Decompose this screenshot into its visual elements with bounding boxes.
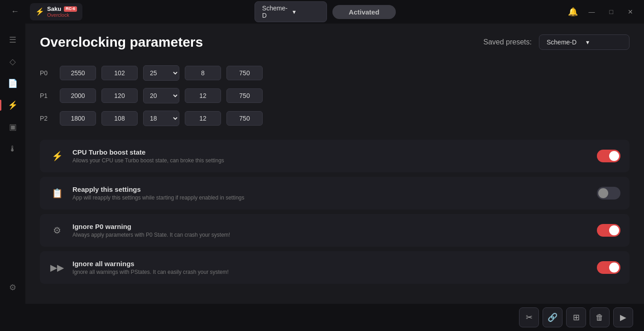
pstate-p1-val2-select[interactable]: 20 bbox=[143, 88, 179, 103]
setting-desc-ignore-p0: Always apply parameters with P0 State. I… bbox=[72, 232, 590, 238]
setting-row-ignore-all: ▶▶ Ignore all warnings Ignore all warnin… bbox=[40, 251, 630, 284]
settings-rows: ⚡ CPU Turbo boost state Allows your CPU … bbox=[40, 140, 630, 284]
pstate-p2-val3[interactable] bbox=[185, 111, 221, 126]
presets-chevron-icon: ▾ bbox=[586, 39, 622, 46]
setting-text-cpu-turbo: CPU Turbo boost state Allows your CPU us… bbox=[72, 148, 590, 164]
toggle-ignore-p0[interactable] bbox=[597, 224, 620, 237]
page-title: Overclocking parameters bbox=[40, 34, 203, 50]
logo-icon: ⚡ bbox=[35, 7, 44, 16]
pstate-row-p1: P1 20 bbox=[40, 85, 630, 106]
add-icon: ⊞ bbox=[573, 312, 580, 322]
pstate-p2-freq[interactable] bbox=[60, 111, 96, 126]
scheme-dropdown[interactable]: Scheme-D ▾ bbox=[255, 1, 327, 22]
setting-row-reapply: 📋 Reapply this settings App will reapply… bbox=[40, 177, 630, 209]
toolbar-btn-run[interactable]: ▶ bbox=[613, 307, 633, 327]
notification-button[interactable]: 🔔 bbox=[568, 7, 578, 17]
presets-area: Saved presets: Scheme-D ▾ bbox=[483, 34, 630, 50]
toolbar-btn-delete[interactable]: 🗑 bbox=[590, 307, 610, 327]
presets-current-value: Scheme-D bbox=[547, 39, 582, 46]
title-bar-left: ← ⚡ Saku RC-6 Overclock bbox=[7, 3, 82, 20]
pstate-p1-val4[interactable] bbox=[226, 88, 263, 103]
pstate-label-p2: P2 bbox=[40, 115, 54, 122]
toolbar-btn-add[interactable]: ⊞ bbox=[566, 307, 586, 327]
setting-icon-ignore-all: ▶▶ bbox=[49, 259, 65, 276]
scheme-current-value: Scheme-D bbox=[262, 5, 289, 19]
toggle-reapply[interactable] bbox=[597, 187, 620, 200]
dashboard-icon: ◇ bbox=[10, 57, 16, 67]
toggle-slider-ignore-p0 bbox=[597, 224, 620, 237]
pstate-p0-val4[interactable] bbox=[226, 66, 263, 80]
presets-dropdown[interactable]: Scheme-D ▾ bbox=[539, 34, 630, 50]
pstate-label-p0: P0 bbox=[40, 69, 54, 77]
logo-text: Saku RC-6 Overclock bbox=[47, 6, 77, 18]
settings-icon: ⚙ bbox=[9, 282, 16, 292]
bottom-toolbar: ✂ 🔗 ⊞ 🗑 ▶ bbox=[0, 304, 644, 331]
sidebar-item-menu[interactable]: ☰ bbox=[4, 31, 22, 49]
toolbar-btn-scissors[interactable]: ✂ bbox=[519, 307, 539, 327]
setting-title-reapply: Reapply this settings bbox=[72, 185, 590, 193]
setting-desc-ignore-all: Ignore all warnings with PStates. It can… bbox=[72, 269, 590, 275]
setting-title-ignore-all: Ignore all warnings bbox=[72, 260, 590, 268]
pstate-p1-val1[interactable] bbox=[101, 88, 138, 103]
setting-text-ignore-all: Ignore all warnings Ignore all warnings … bbox=[72, 260, 590, 275]
title-bar-right: 🔔 — □ ✕ bbox=[568, 6, 637, 17]
toolbar-btn-link[interactable]: 🔗 bbox=[543, 307, 562, 327]
temp-icon: 🌡 bbox=[9, 144, 17, 154]
sidebar-item-dashboard[interactable]: ◇ bbox=[4, 53, 22, 71]
pstate-p0-val1[interactable] bbox=[101, 66, 138, 80]
logo-area: ⚡ Saku RC-6 Overclock bbox=[30, 3, 82, 20]
setting-row-cpu-turbo: ⚡ CPU Turbo boost state Allows your CPU … bbox=[40, 140, 630, 172]
pstate-p0-freq[interactable] bbox=[60, 66, 96, 80]
menu-icon: ☰ bbox=[9, 35, 16, 45]
setting-row-ignore-p0: ⚙ Ignore P0 warning Always apply paramet… bbox=[40, 214, 630, 247]
pstate-p0-val3[interactable] bbox=[185, 66, 221, 80]
pstate-p2-val1[interactable] bbox=[101, 111, 138, 126]
pstate-p2-val2-select[interactable]: 18 bbox=[143, 111, 179, 126]
document-icon: 📄 bbox=[8, 78, 18, 88]
back-button[interactable]: ← bbox=[7, 5, 23, 18]
sidebar: ☰ ◇ 📄 ⚡ ▣ 🌡 ⚙ bbox=[0, 24, 25, 304]
sidebar-item-power[interactable]: ⚡ bbox=[4, 96, 22, 114]
scissors-icon: ✂ bbox=[526, 312, 533, 322]
pstate-p2-val4[interactable] bbox=[226, 111, 263, 126]
sidebar-item-settings[interactable]: ⚙ bbox=[4, 278, 22, 297]
title-bar: ← ⚡ Saku RC-6 Overclock Scheme-D ▾ Activ… bbox=[0, 0, 644, 24]
delete-icon: 🗑 bbox=[596, 313, 604, 322]
toggle-slider-reapply bbox=[597, 187, 620, 200]
toggle-slider-ignore-all bbox=[597, 261, 620, 274]
rc-badge: RC-6 bbox=[64, 6, 77, 12]
sidebar-item-chip[interactable]: ▣ bbox=[4, 118, 22, 136]
logo-name: Saku bbox=[47, 6, 61, 12]
pstate-row-p0: P0 25 bbox=[40, 63, 630, 83]
chevron-down-icon: ▾ bbox=[293, 8, 319, 15]
setting-text-reapply: Reapply this settings App will reapply t… bbox=[72, 185, 590, 201]
run-icon: ▶ bbox=[620, 312, 626, 322]
toggle-cpu-turbo[interactable] bbox=[597, 150, 620, 162]
title-bar-center: Scheme-D ▾ Activated bbox=[88, 1, 562, 22]
close-button[interactable]: ✕ bbox=[624, 6, 637, 17]
pstate-p1-freq[interactable] bbox=[60, 88, 96, 103]
pstate-rows: P0 25 P1 20 P2 bbox=[40, 63, 630, 129]
setting-desc-cpu-turbo: Allows your CPU use Turbo boost state, c… bbox=[72, 157, 590, 164]
content-area: Overclocking parameters Saved presets: S… bbox=[25, 24, 644, 304]
link-icon: 🔗 bbox=[548, 312, 557, 322]
activated-button[interactable]: Activated bbox=[332, 5, 396, 19]
sidebar-item-temp[interactable]: 🌡 bbox=[4, 140, 22, 158]
setting-title-cpu-turbo: CPU Turbo boost state bbox=[72, 148, 590, 156]
sidebar-item-document[interactable]: 📄 bbox=[4, 74, 22, 92]
setting-icon-ignore-p0: ⚙ bbox=[49, 222, 65, 239]
main-layout: ☰ ◇ 📄 ⚡ ▣ 🌡 ⚙ Overclocking parameters Sa… bbox=[0, 24, 644, 304]
minimize-button[interactable]: — bbox=[585, 6, 599, 17]
setting-icon-reapply: 📋 bbox=[49, 185, 65, 201]
logo-main: Saku RC-6 bbox=[47, 6, 77, 12]
setting-icon-cpu-turbo: ⚡ bbox=[49, 148, 65, 164]
setting-title-ignore-p0: Ignore P0 warning bbox=[72, 223, 590, 230]
toggle-ignore-all[interactable] bbox=[597, 261, 620, 274]
logo-sub: Overclock bbox=[47, 12, 77, 18]
page-header: Overclocking parameters Saved presets: S… bbox=[40, 34, 630, 50]
pstate-row-p2: P2 18 bbox=[40, 108, 630, 129]
pstate-p1-val3[interactable] bbox=[185, 88, 221, 103]
setting-text-ignore-p0: Ignore P0 warning Always apply parameter… bbox=[72, 223, 590, 238]
maximize-button[interactable]: □ bbox=[606, 6, 617, 17]
pstate-p0-val2-select[interactable]: 25 bbox=[143, 65, 179, 81]
